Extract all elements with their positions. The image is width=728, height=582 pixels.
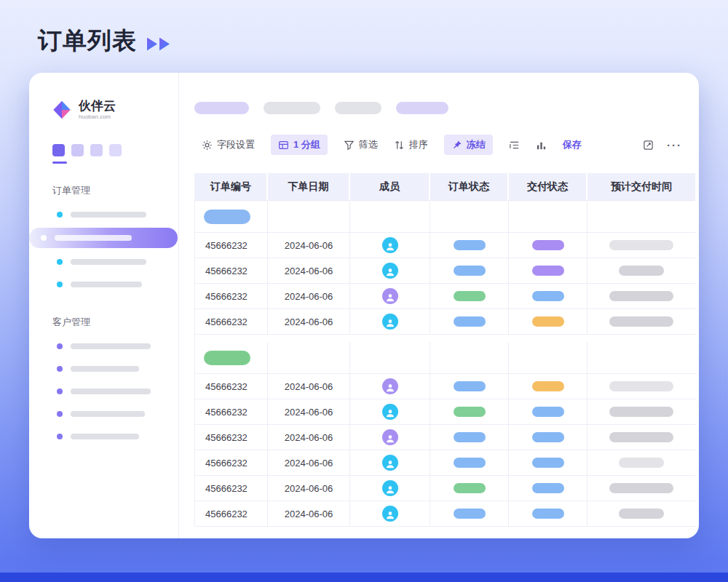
order-date-cell[interactable]: 2024-06-06 <box>268 476 350 501</box>
order-date-cell[interactable]: 2024-06-06 <box>268 425 350 450</box>
sidebar-item[interactable] <box>29 357 178 380</box>
group-header-row[interactable] <box>195 342 695 374</box>
order-number-cell[interactable]: 45666232 <box>195 309 268 335</box>
order-number-cell[interactable]: 45666232 <box>195 258 268 284</box>
order-status-cell[interactable] <box>430 450 509 476</box>
table-row[interactable]: 456662322024-06-06 <box>195 425 695 450</box>
sort-button[interactable]: 排序 <box>394 138 428 151</box>
sidebar-item[interactable] <box>29 425 178 447</box>
field-settings-button[interactable]: 字段设置 <box>202 138 255 151</box>
sidebar-item[interactable] <box>29 273 178 295</box>
table-row[interactable]: 456662322024-06-06 <box>195 501 695 527</box>
order-number-cell[interactable]: 45666232 <box>195 501 268 527</box>
workspace-tab[interactable] <box>71 144 84 156</box>
column-header[interactable]: 交付状态 <box>509 173 587 201</box>
order-number-cell[interactable]: 45666232 <box>195 425 268 450</box>
order-status-cell[interactable] <box>430 374 509 399</box>
expected-delivery-cell[interactable] <box>587 476 695 501</box>
table-row[interactable]: 456662322024-06-06 <box>195 309 695 335</box>
order-date-cell[interactable]: 2024-06-06 <box>268 374 350 399</box>
sidebar-item[interactable] <box>29 380 178 402</box>
sidebar-item[interactable] <box>29 335 178 357</box>
sidebar-item[interactable] <box>29 250 178 273</box>
workspace-tab[interactable] <box>109 144 122 156</box>
workspace-tab[interactable] <box>90 144 103 156</box>
order-number-cell[interactable]: 45666232 <box>195 233 268 258</box>
delivery-status-cell[interactable] <box>509 399 587 425</box>
table-row[interactable]: 456662322024-06-06 <box>195 233 695 258</box>
column-header[interactable]: 下单日期 <box>268 173 350 201</box>
workspace-tab-active[interactable] <box>52 144 65 156</box>
expected-delivery-cell[interactable] <box>587 399 695 425</box>
expected-delivery-cell[interactable] <box>587 374 695 399</box>
order-status-cell[interactable] <box>430 425 509 450</box>
table-row[interactable]: 456662322024-06-06 <box>195 374 695 399</box>
expected-delivery-cell[interactable] <box>587 501 695 527</box>
expected-delivery-cell[interactable] <box>587 425 695 450</box>
order-status-cell[interactable] <box>430 284 509 309</box>
order-number-cell[interactable]: 45666232 <box>195 450 268 476</box>
order-status-cell[interactable] <box>430 399 509 425</box>
sidebar-item[interactable] <box>29 203 178 226</box>
order-date-cell[interactable]: 2024-06-06 <box>268 258 350 284</box>
expected-delivery-cell[interactable] <box>587 258 695 284</box>
order-number-cell[interactable]: 45666232 <box>195 284 268 309</box>
order-number-cell[interactable]: 45666232 <box>195 476 268 501</box>
delivery-status-cell[interactable] <box>509 374 587 399</box>
group-header-row[interactable] <box>195 201 695 233</box>
freeze-chip-button[interactable]: 冻结 <box>444 135 493 155</box>
delivery-status-cell[interactable] <box>509 309 587 335</box>
sidebar-item[interactable] <box>29 402 178 425</box>
member-cell[interactable] <box>350 233 430 258</box>
column-header[interactable]: 预计交付时间 <box>587 173 695 201</box>
member-cell[interactable] <box>350 284 430 309</box>
delivery-status-cell[interactable] <box>509 258 587 284</box>
table-row[interactable]: 456662322024-06-06 <box>195 284 695 309</box>
expected-delivery-cell[interactable] <box>587 309 695 335</box>
order-status-cell[interactable] <box>430 258 509 284</box>
member-cell[interactable] <box>350 425 430 450</box>
member-cell[interactable] <box>350 501 430 527</box>
expected-delivery-cell[interactable] <box>587 233 695 258</box>
member-cell[interactable] <box>350 450 430 476</box>
order-status-cell[interactable] <box>430 476 509 501</box>
column-header[interactable]: 成员 <box>350 173 430 201</box>
expected-delivery-cell[interactable] <box>587 450 695 476</box>
statistics-button[interactable] <box>536 140 547 151</box>
order-number-cell[interactable]: 45666232 <box>195 399 268 425</box>
more-button[interactable]: ··· <box>667 139 682 151</box>
table-row[interactable]: 456662322024-06-06 <box>195 399 695 425</box>
order-status-cell[interactable] <box>430 233 509 258</box>
column-header[interactable]: 订单编号 <box>195 173 268 201</box>
column-header[interactable]: 订单状态 <box>430 173 509 201</box>
delivery-status-cell[interactable] <box>509 233 587 258</box>
table-row[interactable]: 456662322024-06-06 <box>195 258 695 284</box>
group-chip-button[interactable]: 1 分组 <box>271 135 328 155</box>
member-cell[interactable] <box>350 258 430 284</box>
table-row[interactable]: 456662322024-06-06 <box>195 476 695 501</box>
order-date-cell[interactable]: 2024-06-06 <box>268 501 350 527</box>
member-cell[interactable] <box>350 309 430 335</box>
table-row[interactable]: 456662322024-06-06 <box>195 450 695 476</box>
order-date-cell[interactable]: 2024-06-06 <box>268 284 350 309</box>
filter-button[interactable]: 筛选 <box>344 138 378 151</box>
edit-share-button[interactable] <box>643 140 654 151</box>
order-date-cell[interactable]: 2024-06-06 <box>268 309 350 335</box>
order-status-cell[interactable] <box>430 501 509 527</box>
delivery-status-cell[interactable] <box>509 284 587 309</box>
order-number-cell[interactable]: 45666232 <box>195 374 268 399</box>
delivery-status-cell[interactable] <box>509 425 587 450</box>
sidebar-item-selected[interactable] <box>29 228 178 248</box>
delivery-status-cell[interactable] <box>509 501 587 527</box>
delivery-status-cell[interactable] <box>509 476 587 501</box>
expected-delivery-cell[interactable] <box>587 284 695 309</box>
order-date-cell[interactable]: 2024-06-06 <box>268 399 350 425</box>
order-status-cell[interactable] <box>430 309 509 335</box>
order-date-cell[interactable]: 2024-06-06 <box>268 450 350 476</box>
order-date-cell[interactable]: 2024-06-06 <box>268 233 350 258</box>
member-cell[interactable] <box>350 374 430 399</box>
row-indent-button[interactable] <box>509 140 520 151</box>
member-cell[interactable] <box>350 476 430 501</box>
member-cell[interactable] <box>350 399 430 425</box>
save-button[interactable]: 保存 <box>563 138 582 151</box>
